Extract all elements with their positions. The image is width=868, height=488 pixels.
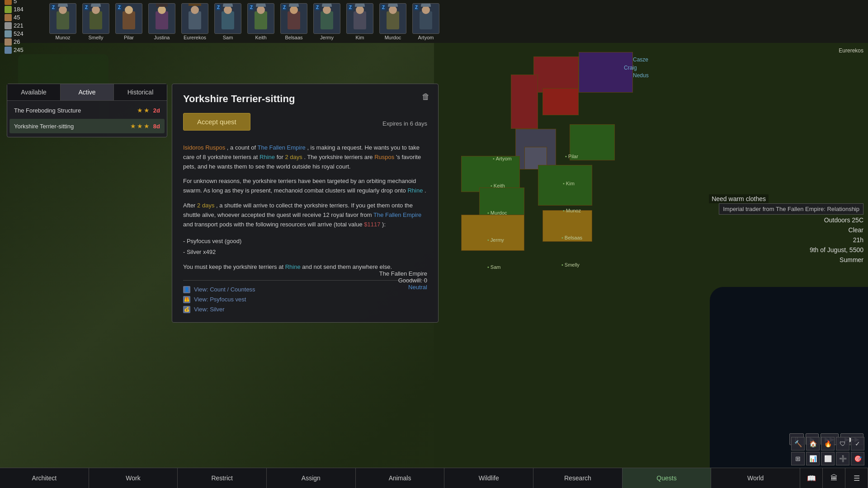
colonist-murdoc[interactable]: Z Murdoc: [377, 3, 408, 40]
toolbar-architect[interactable]: Architect: [0, 468, 89, 488]
quest-detail: Yorkshire Terrier-sitting 🗑 Accept quest…: [172, 84, 439, 323]
colonist-smelly[interactable]: Z Smelly: [80, 3, 111, 40]
quest-link-silver[interactable]: 💰 View: Silver: [183, 306, 427, 313]
quest-time-terrier: 8d: [153, 123, 160, 130]
quest-item-terrier[interactable]: Yorkshire Terrier-sitting ★ ★ ★ 8d: [9, 119, 165, 133]
date-display: 9th of Jugust, 5500: [810, 246, 863, 253]
quest-tabs: Available Active Historical: [7, 84, 167, 101]
quest-item-foreboding[interactable]: The Foreboding Structure ★ ★ 2d: [9, 103, 165, 117]
toolbar-book-icon[interactable]: 📖: [800, 468, 823, 488]
map-colonist-belsaas: Belsaas: [561, 235, 582, 240]
resource-component: 5: [5, 0, 41, 5]
map-colonist-munoz: Munoz: [563, 208, 581, 213]
map-label-nedus: Nedus: [633, 72, 649, 79]
tool-hammer[interactable]: 🔨: [791, 437, 805, 450]
questgiver-link[interactable]: Isidoros Ruspos: [183, 144, 225, 151]
map-room-dark-red: [542, 88, 579, 115]
location-link-3[interactable]: Rhine: [285, 263, 301, 270]
tool-house[interactable]: 🏠: [806, 437, 820, 450]
faction-link[interactable]: The Fallen Empire: [258, 144, 306, 151]
map-colonist-keith: Keith: [491, 183, 505, 188]
location-link-1[interactable]: Rhine: [259, 154, 275, 160]
tool-zone[interactable]: ⬜: [821, 452, 835, 465]
faction-name: The Fallen Empire: [379, 270, 427, 277]
tool-icons: 🔨 🏠 🔥 🛡 ✓ ⊞ 📊 ⬜ ➕ 🎯: [791, 437, 864, 465]
plasteel-icon: [5, 47, 12, 54]
toolbar-animals[interactable]: Animals: [356, 468, 445, 488]
map-room-tan1: [461, 215, 524, 251]
toolbar-list-icon[interactable]: ☰: [845, 468, 868, 488]
quest-expires: Expires in 6 days: [382, 120, 427, 127]
silver-link-icon: 💰: [183, 306, 190, 313]
wood-icon: [5, 14, 12, 21]
quest-title: Yorkshire Terrier-sitting: [183, 93, 427, 105]
condition-display: Clear: [849, 226, 863, 234]
tool-shield[interactable]: 🛡: [836, 437, 849, 450]
colonist-eurerekos[interactable]: Eurerekos: [179, 3, 210, 40]
faction-goodwill: Goodwill: 0: [379, 277, 427, 284]
steel-icon: [5, 30, 12, 38]
quest-time-foreboding: 2d: [153, 107, 160, 114]
tool-fire[interactable]: 🔥: [821, 437, 835, 450]
colonist-list: Z Munoz Z Smelly Z: [47, 3, 441, 40]
faction-relation: Neutral: [379, 284, 427, 291]
info-panel: Imperial trader from The Fallen Empire: …: [719, 203, 863, 265]
questgiver-link-2[interactable]: Ruspos: [374, 154, 394, 160]
tab-historical[interactable]: Historical: [114, 84, 167, 100]
map-colonist-artyom: Artyom: [493, 156, 512, 161]
resource-food: 184: [5, 6, 41, 13]
tool-chart[interactable]: 📊: [806, 452, 820, 465]
vest-icon: 🦺: [183, 296, 190, 303]
quest-link-vest[interactable]: 🦺 View: Psyfocus vest: [183, 296, 427, 303]
resource-stone: 221: [5, 22, 41, 29]
quest-panel: Available Active Historical The Forebodi…: [7, 84, 167, 137]
toolbar-quests[interactable]: Quests: [623, 468, 712, 488]
stone-icon: [5, 22, 12, 29]
resource-steel: 524: [5, 30, 41, 38]
colonist-sam[interactable]: Z Sam: [212, 3, 243, 40]
toolbar-assign[interactable]: Assign: [267, 468, 356, 488]
map-colonist-smelly: Smelly: [561, 262, 580, 267]
toolbar-work[interactable]: Work: [89, 468, 178, 488]
tab-active[interactable]: Active: [61, 84, 114, 100]
component-icon: [5, 0, 12, 5]
colonist-kim[interactable]: Z Kim: [344, 3, 375, 40]
count-icon: 👤: [183, 286, 190, 293]
colonist-pilar[interactable]: Z Pilar: [113, 3, 144, 40]
map-colonist-pilar: Pilar: [565, 154, 578, 159]
time-display: 21h: [853, 236, 863, 244]
faction-link-2[interactable]: The Fallen Empire: [373, 211, 421, 218]
accept-quest-button[interactable]: Accept quest: [183, 113, 250, 131]
tool-icon: [5, 38, 12, 46]
colonist-artyom[interactable]: Z Artyom: [410, 3, 441, 40]
temp-display: Outdoors 25C: [824, 216, 863, 224]
toolbar-research[interactable]: Research: [533, 468, 623, 488]
toolbar-wildlife[interactable]: Wildlife: [444, 468, 533, 488]
tool-grid[interactable]: ⊞: [791, 452, 805, 465]
tab-available[interactable]: Available: [7, 84, 61, 100]
quest-delete-button[interactable]: 🗑: [422, 92, 430, 102]
toolbar-building-icon[interactable]: 🏛: [823, 468, 845, 488]
map-colonist-murdoc: Murdoc: [487, 210, 507, 216]
toolbar-restrict[interactable]: Restrict: [178, 468, 267, 488]
tool-target[interactable]: 🎯: [851, 452, 864, 465]
colonist-jermy[interactable]: Z Jermy: [311, 3, 342, 40]
map-colonist-jermy: Jermy: [487, 237, 504, 243]
colonist-keith[interactable]: Z Keith: [245, 3, 276, 40]
location-link-2[interactable]: Rhine: [407, 187, 423, 194]
map-room-red2: [511, 75, 538, 129]
colonist-munoz[interactable]: Z Munoz: [47, 3, 78, 40]
tool-medical[interactable]: ➕: [836, 452, 849, 465]
quest-rewards: - Psyfocus vest (good) - Silver x492: [183, 236, 427, 257]
trader-info: Imperial trader from The Fallen Empire: …: [719, 203, 863, 215]
food-icon: [5, 6, 12, 13]
colonist-justina[interactable]: Justina: [146, 3, 177, 40]
bottom-toolbar: Architect Work Restrict Assign Animals W…: [0, 468, 868, 488]
resource-plasteel: 245: [5, 47, 41, 54]
toolbar-world[interactable]: World: [711, 468, 800, 488]
tool-check[interactable]: ✓: [851, 437, 864, 450]
quest-item-name-terrier: Yorkshire Terrier-sitting: [14, 123, 130, 130]
map-room-purple: [579, 52, 633, 93]
top-bar: 852 5 184 45 221 524 26 245: [0, 0, 868, 43]
colonist-belsaas[interactable]: Z Belsaas: [278, 3, 309, 40]
